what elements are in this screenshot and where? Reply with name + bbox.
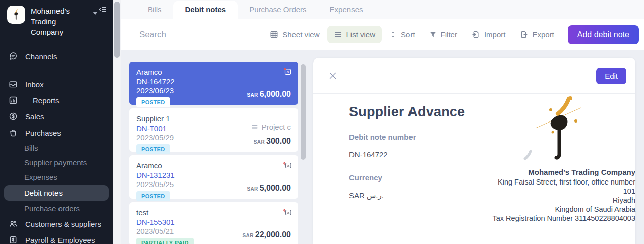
import-button[interactable]: Import: [465, 26, 512, 43]
tab-bills[interactable]: Bills: [136, 1, 173, 19]
project-tag: Project c: [251, 123, 291, 131]
button-label: Import: [484, 30, 506, 39]
list-view-button[interactable]: List view: [327, 26, 382, 43]
people-icon: [9, 219, 18, 228]
sheet-view-button[interactable]: Sheet view: [263, 26, 326, 43]
sidebar-item-channels[interactable]: Channels: [0, 48, 113, 65]
journal-entry-icon: a: [283, 208, 292, 218]
status-badge: POSTED: [136, 97, 170, 107]
tab-bar: Bills Debit notes Purchase Orders Expens…: [121, 0, 644, 19]
sort-icon: [389, 31, 397, 38]
sidebar-item-label: Expenses: [24, 173, 57, 181]
sidebar: Mohamed's Trading Company Channels Inbox…: [0, 0, 113, 244]
sidebar-item-supplier-payments[interactable]: Supplier payments: [0, 155, 113, 170]
content-area: Aramco DN-164722 2023/06/23 POSTED a SAR…: [121, 50, 644, 244]
company-info-address: King Faisal Street, first floor, office …: [474, 177, 635, 187]
sidebar-item-label: Reports: [33, 96, 60, 105]
sidebar-item-bills[interactable]: Bills: [0, 141, 113, 155]
sidebar-item-purchases[interactable]: Purchases: [0, 125, 113, 141]
company-name: Mohamed's Trading Company: [31, 6, 87, 37]
page-scrollbar-thumb[interactable]: [114, 2, 120, 58]
export-icon: [519, 30, 528, 39]
add-debit-note-button[interactable]: Add debit note: [568, 25, 639, 44]
amount: SAR6,000.00: [247, 90, 291, 99]
amount-value: 300.00: [266, 137, 291, 145]
tab-label: Debit notes: [185, 5, 226, 14]
company-info-city: Riyadh: [474, 196, 635, 205]
edit-button[interactable]: Edit: [596, 68, 626, 84]
currency-code: SAR: [247, 186, 258, 192]
calligraphy-meem-icon: [520, 95, 606, 165]
button-label: Filter: [441, 30, 457, 39]
tab-label: Expenses: [330, 5, 363, 14]
detail-header: Edit: [313, 58, 635, 94]
grid-icon: [270, 30, 278, 39]
collapse-sidebar-icon[interactable]: [98, 5, 107, 15]
sort-button[interactable]: Sort: [383, 26, 422, 43]
export-button[interactable]: Export: [513, 26, 560, 43]
currency-code: SAR: [254, 139, 265, 145]
button-label: List view: [346, 30, 376, 39]
debit-note-number-link[interactable]: DN-155301: [136, 218, 291, 226]
debit-note-number-link[interactable]: DN-131231: [136, 171, 291, 179]
sidebar-item-label: Purchases: [25, 129, 61, 137]
status-badge: POSTED: [136, 144, 170, 154]
currency-code: SAR: [242, 233, 253, 238]
list-scrollbar: [300, 58, 306, 244]
list-item[interactable]: Supplier 1 DN-T001 2023/05/29 POSTED Pro…: [129, 108, 298, 152]
debit-note-detail-panel: Edit Supplier Advance Debit note number …: [313, 58, 635, 244]
project-label: Project c: [262, 123, 291, 131]
button-label: Sort: [401, 30, 415, 39]
sidebar-item-label: Debit notes: [24, 189, 63, 197]
sidebar-item-label: Payroll & Employees: [25, 236, 95, 244]
status-badge: POSTED: [136, 191, 170, 201]
tab-label: Purchase Orders: [249, 5, 306, 14]
svg-text:a: a: [287, 210, 290, 215]
sidebar-item-purchase-orders[interactable]: Purchase orders: [0, 201, 113, 216]
toolbar-actions: Sheet view List view Sort Filter Import: [263, 25, 639, 44]
tab-debit-notes[interactable]: Debit notes: [173, 1, 238, 19]
filter-button[interactable]: Filter: [423, 26, 464, 43]
debit-note-number-link[interactable]: DN-164722: [136, 77, 291, 86]
sidebar-item-sales[interactable]: Sales: [0, 108, 113, 125]
main-area: Bills Debit notes Purchase Orders Expens…: [121, 0, 644, 244]
toolbar: Sheet view List view Sort Filter Import: [121, 19, 644, 50]
list-icon: [251, 124, 258, 131]
status-badge: PARTIALLY PAID: [136, 238, 194, 244]
sidebar-item-customers-suppliers[interactable]: Customers & suppliers: [0, 216, 113, 232]
sidebar-item-reports[interactable]: Reports: [0, 92, 113, 108]
filter-icon: [429, 31, 437, 38]
button-label: Export: [532, 30, 554, 39]
vendor-name: test: [136, 208, 291, 217]
debit-note-list: Aramco DN-164722 2023/06/23 POSTED a SAR…: [129, 62, 298, 244]
company-info-tax-number: Tax Registration Number 311450228804003: [474, 214, 635, 223]
amount: SAR5,000.00: [247, 184, 291, 193]
sidebar-item-payroll-employees[interactable]: Payroll & Employees: [0, 232, 113, 244]
journal-entry-icon: a: [283, 161, 292, 171]
sidebar-item-debit-notes[interactable]: Debit notes: [4, 185, 109, 201]
list-scrollbar-thumb[interactable]: [301, 64, 306, 160]
sidebar-item-label: Channels: [25, 52, 57, 61]
list-item[interactable]: Aramco DN-131231 2023/05/25 POSTED a SAR…: [129, 155, 298, 199]
sidebar-item-expenses[interactable]: Expenses: [0, 170, 113, 185]
sidebar-item-label: Supplier payments: [24, 158, 87, 167]
list-item[interactable]: Aramco DN-164722 2023/06/23 POSTED a SAR…: [129, 62, 298, 105]
sidebar-item-inbox[interactable]: Inbox: [0, 76, 113, 92]
tab-expenses[interactable]: Expenses: [318, 1, 375, 19]
sidebar-item-label: Purchase orders: [24, 204, 80, 213]
button-label: Add debit note: [577, 30, 629, 39]
chat-bubbles-icon: [9, 52, 18, 61]
company-info-country: Kingdom of Saudi Arabia: [474, 205, 635, 214]
amount-value: 5,000.00: [260, 184, 291, 192]
sidebar-item-label: Customers & suppliers: [25, 220, 101, 228]
sidebar-item-label: Bills: [24, 144, 38, 152]
workspace-switcher[interactable]: Mohamed's Trading Company: [0, 0, 113, 37]
close-button[interactable]: [327, 70, 339, 82]
list-item[interactable]: test DN-155301 2023/05/21 PARTIALLY PAID…: [129, 202, 298, 244]
payroll-icon: [9, 235, 18, 244]
svg-text:a: a: [287, 70, 289, 74]
search-input[interactable]: [139, 30, 263, 40]
tab-purchase-orders[interactable]: Purchase Orders: [238, 1, 318, 19]
close-icon: [328, 71, 338, 81]
vendor-name: Supplier 1: [136, 114, 291, 123]
